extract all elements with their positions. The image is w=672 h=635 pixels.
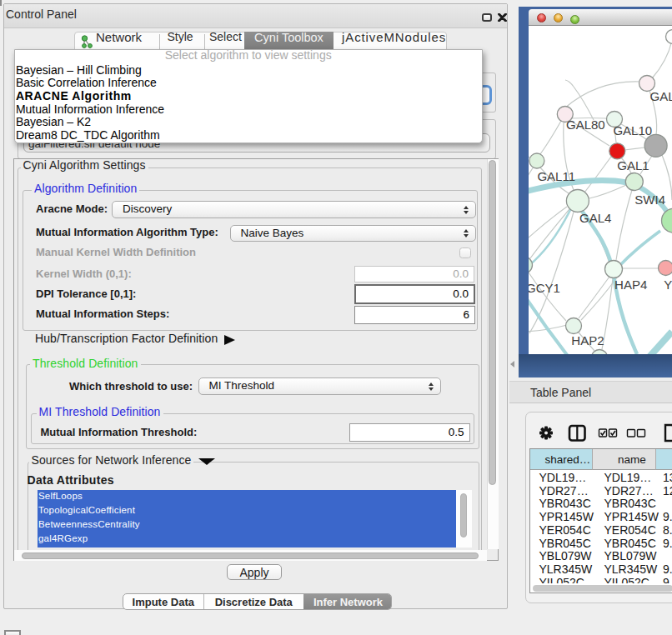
svg-text:GAL11: GAL11 [537,169,575,183]
svg-text:YM: YM [664,278,672,292]
svg-text:GAL1: GAL1 [617,158,649,172]
svg-text:GAL7: GAL7 [650,89,672,103]
svg-text:SWI4: SWI4 [634,192,665,207]
svg-text:HAP4: HAP4 [614,278,647,292]
svg-text:GAL4: GAL4 [579,211,611,225]
svg-text:GAL10: GAL10 [613,123,652,138]
svg-text:GAL80: GAL80 [566,118,605,132]
svg-text:GCY1: GCY1 [529,281,560,295]
svg-text:HAP2: HAP2 [571,333,604,348]
